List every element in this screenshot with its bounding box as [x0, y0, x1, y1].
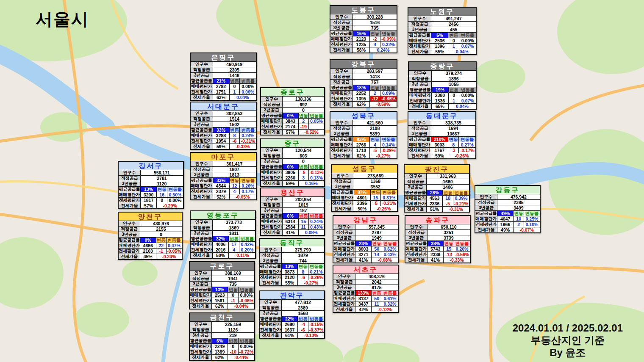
jeonse-ratio-rate: -0.26% [370, 206, 397, 212]
jeonse-ratio-rate: -0.24% [156, 254, 182, 260]
sale-price-label: 매매평단가 [408, 38, 431, 44]
district-table: 강남구 인구수 557,345 적정공급 2787 3년공급 1949 평균공급… [333, 215, 399, 263]
population-label: 인구수 [261, 197, 282, 202]
change-header: 변동 [229, 78, 240, 84]
avg-supply-rate-value: 13% [211, 287, 228, 293]
sale-price-value: 8003 [355, 246, 372, 252]
proper-supply-label: 적정공급 [190, 116, 213, 122]
jeonse-price-value: 1710 [353, 148, 370, 153]
sale-change-rate: 0.00% [459, 38, 476, 44]
sale-price-label: 매매평단가 [261, 119, 282, 124]
sale-price-label: 매매평단가 [118, 192, 140, 198]
population-label: 인구수 [190, 220, 212, 225]
jeonse-price-value: 1637 [281, 327, 298, 333]
avg-supply-rate-value: 6% [211, 338, 228, 344]
population-label: 인구수 [331, 173, 354, 179]
sale-change-value: 0 [228, 344, 239, 349]
jeonse-change-value: 11 [298, 224, 308, 230]
jeonse-ratio-value: 45% [140, 254, 156, 260]
jeonse-price-label: 전세평단가 [408, 44, 431, 49]
jeonse-change-value: 4 [229, 189, 240, 194]
footer-date-range: 2024.01.01 / 2025.02.01 [513, 322, 623, 334]
district-title: 성북구 [330, 111, 397, 120]
jeonse-price-label: 전세평단가 [190, 247, 212, 253]
jeonse-ratio-label: 전세가율 [190, 194, 213, 200]
sale-change-value: 0 [448, 93, 459, 98]
proper-supply-label: 적정공급 [475, 200, 497, 205]
jeonse-ratio-value: 63% [213, 95, 229, 101]
change-rate-header: 변동률 [380, 31, 397, 36]
sale-price-label: 매매평단가 [330, 36, 353, 42]
jeonse-ratio-label: 전세가율 [189, 304, 211, 309]
avg-supply-rate-label: 평균공급률 [261, 213, 282, 219]
jeonse-change-rate: 0.10% [524, 222, 540, 227]
population-label: 인구수 [190, 161, 213, 167]
jeonse-price-label: 전세평단가 [408, 98, 431, 104]
jeonse-change-value: -19 [298, 124, 308, 130]
district-table: 도봉구 인구수 303,228 적정공급 1516 3년 공급 735 평균공급… [330, 5, 397, 53]
jeonse-price-value: 2339 [427, 252, 444, 257]
sale-price-value: 4544 [213, 183, 229, 189]
change-rate-header: 변동률 [308, 316, 325, 322]
proper-supply-label: 적정공급 [189, 327, 211, 333]
supply3-value: 219 [211, 333, 255, 338]
sale-price-label: 매매평단가 [475, 216, 497, 222]
proper-supply-label: 적정공급 [404, 179, 426, 185]
sale-change-value: 17 [229, 242, 239, 247]
proper-supply-value: 2781 [140, 176, 183, 181]
supply3-label: 3년공급 [405, 235, 427, 241]
jeonse-ratio-label: 전세가율 [408, 104, 431, 110]
jeonse-price-value: 2260 [282, 175, 298, 181]
proper-supply-value: 2787 [355, 230, 398, 235]
jeonse-ratio-label: 전세가율 [405, 257, 427, 263]
jeonse-ratio-rate: 0.08% [298, 230, 325, 236]
district-table: 광진구 인구수 331,963 적정공급 1660 3년공급 1406 평균공급… [404, 164, 470, 213]
proper-supply-label: 적정공급 [261, 102, 282, 108]
district-title: 노원구 [408, 7, 476, 16]
jeonse-ratio-rate: -0.04% [228, 304, 255, 309]
change-header: 변동 [298, 213, 308, 219]
sale-price-label: 매매평단가 [405, 246, 427, 252]
avg-supply-rate-value: 0% [282, 113, 298, 119]
jeonse-ratio-label: 전세가율 [190, 253, 212, 259]
district-table: 강서구 인구수 556,171 적정공급 2781 3년공급 1120 평균공급… [118, 161, 184, 209]
jeonse-change-rate: 0.06% [240, 89, 256, 95]
proper-supply-value: 3251 [427, 230, 470, 235]
sale-change-value: 15 [444, 246, 454, 252]
supply3-value: 735 [211, 282, 255, 287]
jeonse-price-value: 1235 [353, 42, 370, 47]
supply3-value: 1502 [213, 122, 256, 127]
district-table: 서대문구 인구수 302,853 적정공급 1514 3년공급 1502 평균공… [190, 102, 257, 150]
supply3-label: 3년공급 [333, 235, 355, 241]
jeonse-change-rate: 0.20% [239, 247, 255, 253]
jeonse-ratio-value: 41% [427, 257, 444, 263]
supply3-value: 3552 [354, 184, 397, 190]
jeonse-ratio-value: 52% [213, 194, 229, 200]
change-header: 변동 [443, 190, 453, 196]
jeonse-ratio-label: 전세가율 [118, 203, 140, 209]
change-header: 변동 [372, 290, 382, 296]
population-label: 인구수 [405, 224, 427, 230]
jeonse-change-rate: -0.28% [308, 275, 325, 280]
footer-source: 부동산지인 기준 [513, 334, 623, 346]
change-header: 변동 [229, 127, 240, 133]
jeonse-price-label: 전세평단가 [261, 224, 282, 230]
change-rate-header: 변동률 [240, 178, 256, 183]
jeonse-ratio-label: 전세가율 [404, 207, 426, 213]
jeonse-ratio-value: 62% [353, 153, 370, 159]
jeonse-price-label: 전세평단가 [405, 252, 427, 257]
population-label: 인구수 [408, 120, 431, 126]
proper-supply-value: 1368 [354, 179, 397, 184]
supply3-label: 3년 공급 [330, 80, 353, 85]
jeonse-change-rate: -0.72% [238, 349, 255, 355]
district-title: 중구 [261, 139, 325, 148]
proper-supply-value: 1807 [213, 167, 256, 172]
jeonse-change-value: -5 [443, 201, 453, 207]
sale-price-label: 매매평단가 [190, 183, 213, 189]
sale-change-value: 0 [448, 38, 459, 44]
jeonse-ratio-label: 전세가율 [333, 257, 355, 263]
sale-change-value: 16 [157, 192, 167, 198]
supply3-label: 3년 공급 [189, 333, 211, 338]
sale-change-value: 15 [298, 219, 308, 224]
proper-supply-label: 적정공급 [333, 230, 355, 235]
